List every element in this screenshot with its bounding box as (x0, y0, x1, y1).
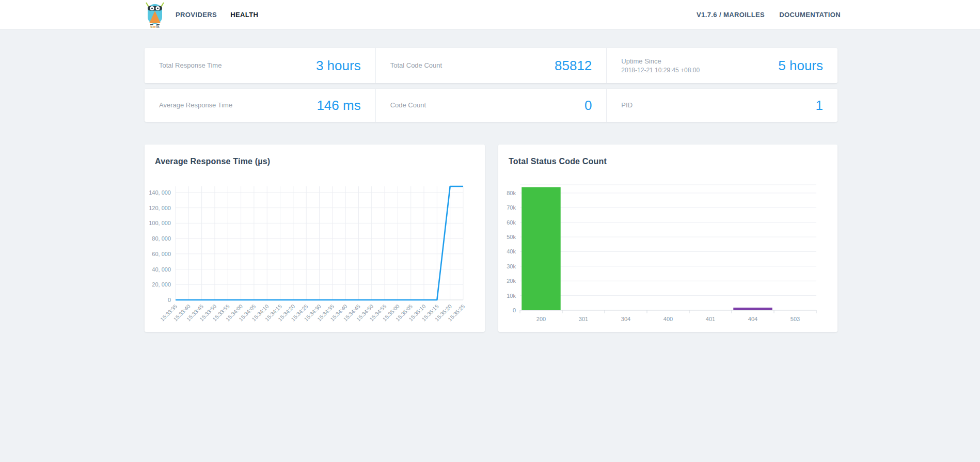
nav-link-providers[interactable]: PROVIDERS (176, 11, 217, 19)
svg-text:301: 301 (579, 316, 588, 322)
svg-text:70k: 70k (507, 204, 516, 211)
svg-text:200: 200 (536, 316, 546, 322)
stat-average-response-time: Average Response Time 146 ms (145, 89, 376, 122)
svg-text:100, 000: 100, 000 (149, 220, 171, 226)
traefik-gopher-icon: træfik (144, 1, 166, 28)
svg-text:10k: 10k (507, 293, 516, 299)
stat-label: Average Response Time (159, 101, 232, 110)
svg-text:140, 000: 140, 000 (149, 189, 171, 196)
svg-text:404: 404 (748, 316, 757, 322)
svg-text:20k: 20k (507, 278, 516, 284)
stat-label: Total Response Time (159, 61, 222, 70)
traefik-logo[interactable]: træfik (144, 1, 166, 28)
stat-label: Uptime Since (621, 57, 700, 66)
nav-link-version[interactable]: V1.7.6 / MAROILLES (697, 11, 765, 19)
svg-text:60, 000: 60, 000 (152, 251, 171, 257)
chart-title-status-code-count: Total Status Code Count (498, 145, 837, 166)
stat-value: 85812 (555, 58, 592, 74)
stat-value: 5 hours (778, 58, 823, 74)
chart-card-status-code-count: Total Status Code Count 010k20k30k40k50k… (498, 145, 837, 332)
stat-value: 1 (816, 98, 823, 114)
svg-text:400: 400 (663, 316, 673, 322)
svg-text:401: 401 (706, 316, 715, 322)
bar-chart-canvas: 010k20k30k40k50k60k70k80k200301304400401… (498, 173, 837, 335)
stat-value: 0 (584, 98, 592, 114)
chart-card-avg-response-time: Average Response Time (µs) 020, 00040, 0… (145, 145, 485, 332)
svg-text:20, 000: 20, 000 (152, 281, 171, 288)
svg-text:træfik: træfik (150, 25, 160, 28)
svg-text:304: 304 (621, 316, 630, 322)
svg-text:0: 0 (168, 297, 171, 303)
nav-link-documentation[interactable]: DOCUMENTATION (779, 11, 841, 19)
stat-label: Total Code Count (390, 61, 442, 70)
stats-card-row2: Average Response Time 146 ms Code Count … (145, 89, 837, 122)
svg-text:0: 0 (513, 307, 516, 313)
svg-text:30k: 30k (507, 263, 516, 269)
stat-label: PID (621, 101, 633, 110)
stat-value: 3 hours (316, 58, 361, 74)
svg-text:80, 000: 80, 000 (152, 235, 171, 242)
stat-uptime-since: Uptime Since 2018-12-21 10:29:45 +08:00 … (607, 48, 837, 83)
chart-title-avg-response-time: Average Response Time (µs) (145, 145, 485, 166)
stat-value: 146 ms (317, 98, 360, 114)
stat-sublabel: 2018-12-21 10:29:45 +08:00 (621, 66, 700, 74)
stat-total-code-count: Total Code Count 85812 (376, 48, 607, 83)
top-nav: træfik PROVIDERS HEALTH V1.7.6 / MAROILL… (0, 0, 980, 29)
svg-text:40k: 40k (507, 248, 516, 254)
stat-pid: PID 1 (607, 89, 837, 122)
svg-text:50k: 50k (507, 234, 516, 240)
nav-links-right: V1.7.6 / MAROILLES DOCUMENTATION (697, 11, 841, 19)
nav-link-health[interactable]: HEALTH (230, 11, 258, 19)
stat-label-group: Uptime Since 2018-12-21 10:29:45 +08:00 (621, 57, 700, 74)
svg-text:80k: 80k (507, 190, 516, 196)
stat-total-response-time: Total Response Time 3 hours (145, 48, 376, 83)
nav-links-left: PROVIDERS HEALTH (176, 11, 258, 19)
stats-card-row1: Total Response Time 3 hours Total Code C… (145, 48, 837, 83)
stat-label: Code Count (390, 101, 426, 110)
line-chart-canvas: 020, 00040, 00060, 00080, 000100, 000120… (145, 173, 485, 335)
svg-text:503: 503 (791, 316, 800, 322)
svg-text:40, 000: 40, 000 (152, 266, 171, 273)
stat-code-count: Code Count 0 (376, 89, 607, 122)
svg-text:60k: 60k (507, 219, 516, 226)
svg-text:120, 000: 120, 000 (149, 205, 171, 211)
